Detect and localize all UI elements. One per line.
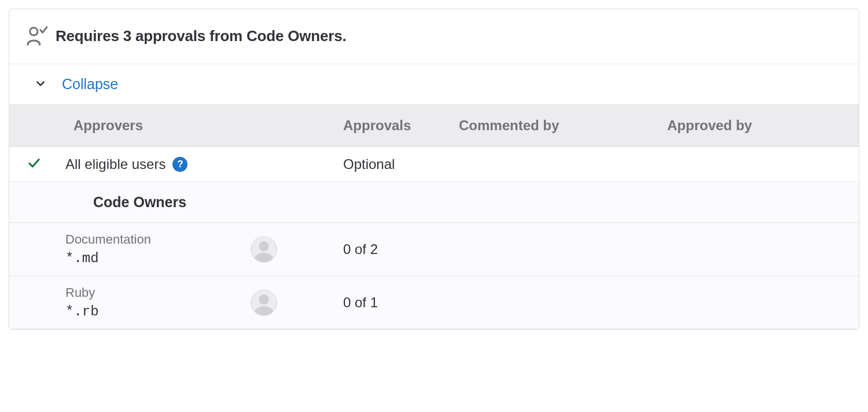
collapse-bar: Collapse bbox=[9, 64, 859, 105]
code-owners-section-label: Code Owners bbox=[58, 182, 859, 223]
owner-approvals: 0 of 2 bbox=[336, 223, 452, 276]
owner-pattern: *.md bbox=[65, 251, 151, 266]
panel-title: Requires 3 approvals from Code Owners. bbox=[56, 27, 346, 45]
eligible-users-label: All eligible users bbox=[65, 156, 165, 172]
code-owners-section-row: Code Owners bbox=[9, 182, 859, 223]
table-header-row: Approvers Approvals Commented by Approve… bbox=[9, 105, 859, 147]
col-approvals: Approvals bbox=[336, 105, 452, 147]
approvals-table: Approvers Approvals Commented by Approve… bbox=[9, 105, 859, 329]
eligible-approvals: Optional bbox=[336, 147, 452, 182]
svg-point-0 bbox=[30, 28, 38, 35]
owner-row: Ruby *.rb 0 of 1 bbox=[9, 276, 859, 329]
col-commented-by: Commented by bbox=[452, 105, 660, 147]
avatar[interactable] bbox=[251, 289, 277, 316]
col-approved-by: Approved by bbox=[660, 105, 859, 147]
col-approvers: Approvers bbox=[58, 105, 336, 147]
help-icon[interactable]: ? bbox=[172, 157, 187, 172]
panel-header: Requires 3 approvals from Code Owners. bbox=[9, 9, 859, 64]
owner-name: Ruby bbox=[65, 285, 99, 300]
check-icon bbox=[28, 156, 41, 172]
collapse-link[interactable]: Collapse bbox=[62, 76, 118, 93]
owner-row: Documentation *.md 0 of 2 bbox=[9, 223, 859, 276]
approvals-panel: Requires 3 approvals from Code Owners. C… bbox=[9, 9, 859, 330]
owner-name: Documentation bbox=[65, 232, 151, 247]
avatar[interactable] bbox=[251, 236, 277, 263]
owner-pattern: *.rb bbox=[65, 304, 99, 319]
owner-approvals: 0 of 1 bbox=[336, 276, 452, 329]
eligible-users-row: All eligible users ? Optional bbox=[9, 147, 859, 182]
user-check-icon bbox=[27, 25, 47, 46]
chevron-down-icon[interactable] bbox=[35, 78, 46, 91]
